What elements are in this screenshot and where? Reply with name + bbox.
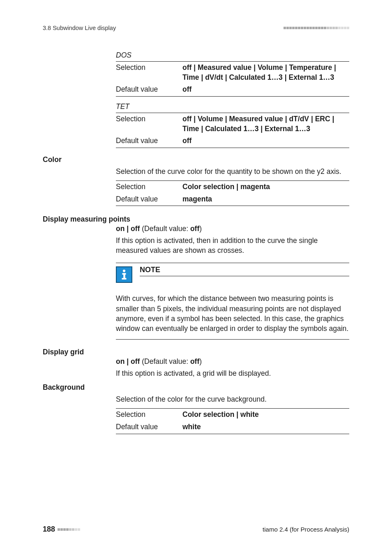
note-box: NOTE With curves, for which the distance… <box>116 263 349 340</box>
background-row-val: white <box>182 423 201 431</box>
background-table: Selection Color selection | white Defaul… <box>116 408 349 434</box>
color-row-key: Default value <box>116 193 182 206</box>
display-points-onoff: on | off (Default value: off) <box>116 224 349 233</box>
display-grid-para: If this option is activated, a grid will… <box>116 368 349 378</box>
color-row-val: Color selection | magenta <box>182 183 270 191</box>
page-footer: 188 tiamo 2.4 (for Process Analysis) <box>43 525 349 534</box>
footer-right: tiamo 2.4 (for Process Analysis) <box>263 526 349 533</box>
display-points-label: Display measuring points <box>43 215 349 224</box>
dos-row-val: off | Measured value | Volume | Temperat… <box>182 63 336 81</box>
background-label: Background <box>43 383 349 392</box>
page-header: 3.8 Subwindow Live display <box>43 25 349 31</box>
color-row-val: magenta <box>182 195 212 203</box>
svg-rect-3 <box>122 278 127 280</box>
display-points-para: If this option is activated, then in add… <box>116 236 349 255</box>
onoff-options: on | off <box>116 224 140 233</box>
info-icon <box>116 266 132 283</box>
display-grid-onoff: on | off (Default value: off) <box>116 357 349 366</box>
onoff-options: on | off <box>116 357 140 365</box>
header-ornament <box>284 27 349 29</box>
page-number: 188 <box>43 525 55 534</box>
svg-point-0 <box>123 270 125 272</box>
note-body: With curves, for which the distance betw… <box>116 294 349 333</box>
background-row-val: Color selection | white <box>182 410 259 419</box>
dos-row-val: off <box>182 85 191 93</box>
tet-row-key: Default value <box>116 135 182 148</box>
background-para: Selection of the color for the curve bac… <box>116 394 349 404</box>
tet-row-key: Selection <box>116 113 182 135</box>
display-grid-label: Display grid <box>43 348 349 356</box>
page-number-block: 188 <box>43 525 80 534</box>
dos-table: Selection off | Measured value | Volume … <box>116 61 349 97</box>
onoff-default: off <box>190 357 199 365</box>
color-label: Color <box>43 155 349 164</box>
color-table: Selection Color selection | magenta Defa… <box>116 180 349 206</box>
dos-row-key: Default value <box>116 83 182 96</box>
content: DOS Selection off | Measured value | Vol… <box>43 51 349 434</box>
onoff-suffix: ) <box>199 224 202 233</box>
color-row-key: Selection <box>116 180 182 193</box>
footer-ornament <box>58 528 80 531</box>
tet-row-val: off | Volume | Measured value | dT/dV | … <box>182 115 334 133</box>
tet-table: Selection off | Volume | Measured value … <box>116 113 349 148</box>
color-para: Selection of the curve color for the qua… <box>116 166 349 176</box>
background-row-key: Selection <box>116 409 182 421</box>
note-title: NOTE <box>140 265 349 274</box>
tet-title: TET <box>116 102 349 112</box>
onoff-suffix: ) <box>199 357 202 365</box>
dos-row-key: Selection <box>116 62 182 84</box>
dos-title: DOS <box>116 51 349 60</box>
header-section: 3.8 Subwindow Live display <box>43 25 116 31</box>
onoff-mid: (Default value: <box>140 357 190 365</box>
svg-rect-2 <box>123 273 125 279</box>
background-row-key: Default value <box>116 421 182 434</box>
tet-row-val: off <box>182 136 191 145</box>
onoff-mid: (Default value: <box>140 224 190 233</box>
onoff-default: off <box>190 224 199 233</box>
